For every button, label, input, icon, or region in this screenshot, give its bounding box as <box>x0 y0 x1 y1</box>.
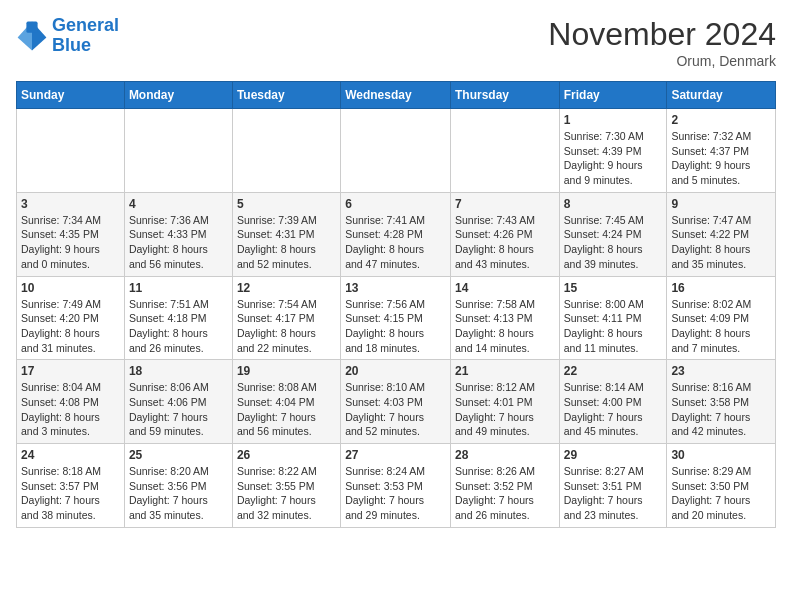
sunrise-text: Sunrise: 7:41 AM <box>345 213 446 228</box>
daylight-text: Daylight: 8 hours and 22 minutes. <box>237 326 336 355</box>
calendar-cell-w4-d6: 23Sunrise: 8:16 AMSunset: 3:58 PMDayligh… <box>667 360 776 444</box>
daylight-text: Daylight: 7 hours and 38 minutes. <box>21 493 120 522</box>
day-number: 30 <box>671 448 771 462</box>
sunrise-text: Sunrise: 7:30 AM <box>564 129 663 144</box>
day-number: 26 <box>237 448 336 462</box>
day-number: 21 <box>455 364 555 378</box>
day-info: Sunrise: 7:49 AMSunset: 4:20 PMDaylight:… <box>21 297 120 356</box>
day-number: 23 <box>671 364 771 378</box>
day-number: 6 <box>345 197 446 211</box>
daylight-text: Daylight: 7 hours and 32 minutes. <box>237 493 336 522</box>
sunrise-text: Sunrise: 8:20 AM <box>129 464 228 479</box>
sunrise-text: Sunrise: 7:36 AM <box>129 213 228 228</box>
sunset-text: Sunset: 4:13 PM <box>455 311 555 326</box>
daylight-text: Daylight: 8 hours and 43 minutes. <box>455 242 555 271</box>
sunrise-text: Sunrise: 8:16 AM <box>671 380 771 395</box>
sunset-text: Sunset: 4:01 PM <box>455 395 555 410</box>
day-number: 19 <box>237 364 336 378</box>
day-number: 29 <box>564 448 663 462</box>
day-info: Sunrise: 8:04 AMSunset: 4:08 PMDaylight:… <box>21 380 120 439</box>
sunset-text: Sunset: 4:09 PM <box>671 311 771 326</box>
col-monday: Monday <box>124 82 232 109</box>
calendar-cell-w5-d4: 28Sunrise: 8:26 AMSunset: 3:52 PMDayligh… <box>450 444 559 528</box>
daylight-text: Daylight: 8 hours and 26 minutes. <box>129 326 228 355</box>
day-info: Sunrise: 8:14 AMSunset: 4:00 PMDaylight:… <box>564 380 663 439</box>
sunrise-text: Sunrise: 8:06 AM <box>129 380 228 395</box>
day-number: 24 <box>21 448 120 462</box>
logo-line1: General <box>52 15 119 35</box>
daylight-text: Daylight: 7 hours and 20 minutes. <box>671 493 771 522</box>
calendar-cell-w4-d1: 18Sunrise: 8:06 AMSunset: 4:06 PMDayligh… <box>124 360 232 444</box>
daylight-text: Daylight: 8 hours and 52 minutes. <box>237 242 336 271</box>
day-number: 1 <box>564 113 663 127</box>
sunset-text: Sunset: 4:18 PM <box>129 311 228 326</box>
sunrise-text: Sunrise: 8:26 AM <box>455 464 555 479</box>
sunset-text: Sunset: 3:57 PM <box>21 479 120 494</box>
month-title: November 2024 <box>548 16 776 53</box>
day-number: 16 <box>671 281 771 295</box>
day-number: 5 <box>237 197 336 211</box>
calendar-cell-w1-d1 <box>124 109 232 193</box>
daylight-text: Daylight: 8 hours and 14 minutes. <box>455 326 555 355</box>
page-header: General Blue November 2024 Orum, Denmark <box>16 16 776 69</box>
calendar-cell-w5-d0: 24Sunrise: 8:18 AMSunset: 3:57 PMDayligh… <box>17 444 125 528</box>
col-tuesday: Tuesday <box>232 82 340 109</box>
daylight-text: Daylight: 8 hours and 11 minutes. <box>564 326 663 355</box>
calendar-cell-w1-d3 <box>341 109 451 193</box>
day-number: 7 <box>455 197 555 211</box>
sunrise-text: Sunrise: 8:18 AM <box>21 464 120 479</box>
sunrise-text: Sunrise: 7:54 AM <box>237 297 336 312</box>
week-row-5: 24Sunrise: 8:18 AMSunset: 3:57 PMDayligh… <box>17 444 776 528</box>
sunset-text: Sunset: 4:20 PM <box>21 311 120 326</box>
daylight-text: Daylight: 7 hours and 49 minutes. <box>455 410 555 439</box>
sunset-text: Sunset: 4:03 PM <box>345 395 446 410</box>
daylight-text: Daylight: 7 hours and 42 minutes. <box>671 410 771 439</box>
calendar-body: 1Sunrise: 7:30 AMSunset: 4:39 PMDaylight… <box>17 109 776 528</box>
calendar-cell-w5-d6: 30Sunrise: 8:29 AMSunset: 3:50 PMDayligh… <box>667 444 776 528</box>
sunset-text: Sunset: 4:06 PM <box>129 395 228 410</box>
calendar-cell-w5-d1: 25Sunrise: 8:20 AMSunset: 3:56 PMDayligh… <box>124 444 232 528</box>
day-number: 9 <box>671 197 771 211</box>
day-info: Sunrise: 7:32 AMSunset: 4:37 PMDaylight:… <box>671 129 771 188</box>
sunset-text: Sunset: 4:11 PM <box>564 311 663 326</box>
sunrise-text: Sunrise: 7:43 AM <box>455 213 555 228</box>
sunset-text: Sunset: 3:52 PM <box>455 479 555 494</box>
sunset-text: Sunset: 4:00 PM <box>564 395 663 410</box>
daylight-text: Daylight: 8 hours and 56 minutes. <box>129 242 228 271</box>
col-friday: Friday <box>559 82 667 109</box>
day-info: Sunrise: 8:26 AMSunset: 3:52 PMDaylight:… <box>455 464 555 523</box>
daylight-text: Daylight: 7 hours and 26 minutes. <box>455 493 555 522</box>
calendar-cell-w4-d2: 19Sunrise: 8:08 AMSunset: 4:04 PMDayligh… <box>232 360 340 444</box>
location: Orum, Denmark <box>548 53 776 69</box>
sunset-text: Sunset: 3:55 PM <box>237 479 336 494</box>
daylight-text: Daylight: 9 hours and 0 minutes. <box>21 242 120 271</box>
svg-rect-3 <box>26 21 37 32</box>
logo-text: General Blue <box>52 16 119 56</box>
calendar-cell-w2-d1: 4Sunrise: 7:36 AMSunset: 4:33 PMDaylight… <box>124 192 232 276</box>
day-info: Sunrise: 8:16 AMSunset: 3:58 PMDaylight:… <box>671 380 771 439</box>
sunset-text: Sunset: 3:53 PM <box>345 479 446 494</box>
day-number: 15 <box>564 281 663 295</box>
calendar-cell-w5-d2: 26Sunrise: 8:22 AMSunset: 3:55 PMDayligh… <box>232 444 340 528</box>
sunset-text: Sunset: 4:24 PM <box>564 227 663 242</box>
sunset-text: Sunset: 4:28 PM <box>345 227 446 242</box>
daylight-text: Daylight: 9 hours and 5 minutes. <box>671 158 771 187</box>
col-wednesday: Wednesday <box>341 82 451 109</box>
title-block: November 2024 Orum, Denmark <box>548 16 776 69</box>
sunset-text: Sunset: 4:17 PM <box>237 311 336 326</box>
daylight-text: Daylight: 8 hours and 47 minutes. <box>345 242 446 271</box>
daylight-text: Daylight: 7 hours and 45 minutes. <box>564 410 663 439</box>
daylight-text: Daylight: 8 hours and 39 minutes. <box>564 242 663 271</box>
day-number: 20 <box>345 364 446 378</box>
sunrise-text: Sunrise: 7:32 AM <box>671 129 771 144</box>
daylight-text: Daylight: 7 hours and 56 minutes. <box>237 410 336 439</box>
day-info: Sunrise: 7:36 AMSunset: 4:33 PMDaylight:… <box>129 213 228 272</box>
sunset-text: Sunset: 3:51 PM <box>564 479 663 494</box>
sunrise-text: Sunrise: 7:51 AM <box>129 297 228 312</box>
sunset-text: Sunset: 4:04 PM <box>237 395 336 410</box>
calendar-cell-w1-d2 <box>232 109 340 193</box>
sunrise-text: Sunrise: 7:58 AM <box>455 297 555 312</box>
sunrise-text: Sunrise: 8:27 AM <box>564 464 663 479</box>
sunrise-text: Sunrise: 8:24 AM <box>345 464 446 479</box>
day-number: 10 <box>21 281 120 295</box>
